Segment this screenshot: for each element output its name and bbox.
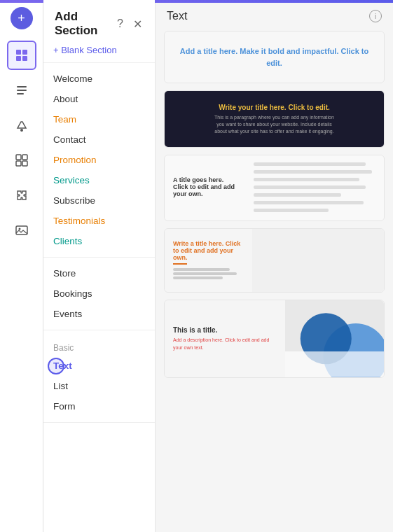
card-5-subtitle: Add a description here. Click to edit an… [173,337,277,351]
nav-item-clients[interactable]: Clients [43,231,155,251]
card-5-content: This is a title. Add a description here.… [165,300,384,377]
nav-item-promotion[interactable]: Promotion [43,150,155,170]
nav-item-store[interactable]: Store [43,263,155,284]
card-4-text-3 [173,276,223,279]
sections-icon-btn[interactable] [7,41,36,70]
close-button[interactable]: ✕ [132,16,144,32]
card-4-text-1 [173,268,230,271]
blank-section-button[interactable]: + Blank Section [43,38,155,63]
side-panel: Add Section ? ✕ + Blank Section Welcome … [43,0,156,532]
dialog-actions: ? ✕ [116,16,144,32]
svg-rect-4 [17,86,27,88]
svg-rect-2 [16,56,21,61]
nav-item-testimonials[interactable]: Testimonials [43,211,155,231]
main-area: + [0,0,393,532]
content-title: Text [167,10,187,22]
content-header: Text i [164,8,385,24]
nav-item-contact[interactable]: Contact [43,130,155,150]
text-line-6 [254,201,364,204]
panel-header-row: Add Section ? ✕ [43,0,155,38]
card-5-image [285,300,384,377]
card-1-content: Add a title here. Make it bold and impac… [165,31,384,83]
card-4-content: Write a title here. Click to edit and ad… [165,229,384,292]
panel-scroll-area: + Blank Section Welcome About Team Conta… [43,38,155,532]
card-2-content: Write your title here. Click to edit. Th… [165,91,384,147]
svg-rect-1 [22,50,27,55]
image-icon [15,223,29,237]
template-card-5[interactable]: This is a title. Add a description here.… [164,300,385,378]
template-card-4[interactable]: Write a title here. Click to edit and ad… [164,228,385,293]
grid-icon [15,153,29,167]
card-3-content: A title goes here. Click to edit and add… [165,155,384,220]
paint-icon-btn[interactable] [7,111,36,140]
panel-title: Add Section [55,10,116,38]
nav-item-services[interactable]: Services [43,170,155,190]
card-4-accent-line [173,263,187,265]
nav-item-welcome[interactable]: Welcome [43,69,155,89]
add-button[interactable]: + [11,7,33,29]
nav-section-store: Store Bookings Events [43,258,155,330]
add-icon: + [18,11,25,26]
card-3-right [248,155,384,220]
info-button[interactable]: i [369,10,382,22]
cursor-ring [48,358,64,374]
text-line-3 [254,178,359,181]
image-icon-btn[interactable] [7,216,36,245]
svg-point-13 [18,228,20,230]
text-line-1 [254,162,366,166]
basic-section-label: Basic [43,336,155,356]
svg-rect-12 [16,226,27,234]
nav-item-bookings[interactable]: Bookings [43,284,155,304]
card-4-title: Write a title here. Click to edit and ad… [173,240,244,261]
svg-rect-3 [22,56,27,61]
text-lines-icon [15,83,29,97]
nav-section-basic: Basic Text List Form [43,330,155,423]
card-3-left: A title goes here. Click to edit and add… [165,155,248,220]
svg-rect-9 [22,155,27,160]
card-5-title: This is a title. [173,326,277,334]
nav-item-form[interactable]: Form [43,396,155,416]
info-icon: i [375,12,376,20]
svg-rect-10 [16,161,21,166]
nav-item-subscribe[interactable]: Subscribe [43,190,155,211]
help-button[interactable]: ? [116,16,125,31]
card-1-title: Add a title here. Make it bold and impac… [176,46,373,69]
app-container: + [0,0,393,532]
svg-rect-5 [17,90,27,91]
svg-rect-8 [16,155,21,160]
text-line-5 [254,193,341,197]
template-card-2[interactable]: Write your title here. Click to edit. Th… [164,90,385,148]
grid-icon-btn[interactable] [7,146,36,175]
card-5-text: This is a title. Add a description here.… [165,300,285,377]
main-content-area: Text i Add a title here. Make it bold an… [156,0,393,532]
nav-item-events[interactable]: Events [43,304,155,324]
template-card-1[interactable]: Add a title here. Make it bold and impac… [164,31,385,83]
card-3-title: A title goes here. Click to edit and add… [173,176,240,197]
card-2-text: This is a paragraph where you can add an… [212,114,338,134]
text-line-2 [254,170,372,174]
svg-rect-11 [22,161,27,166]
card-4-text-2 [173,272,237,275]
nav-item-about[interactable]: About [43,89,155,109]
card-4-left: Write a title here. Click to edit and ad… [165,229,252,292]
template-card-3[interactable]: A title goes here. Click to edit and add… [164,155,385,221]
text-line-7 [254,209,329,212]
card-4-right [252,229,384,292]
puzzle-icon-btn[interactable] [7,181,36,210]
svg-rect-17 [285,351,384,377]
paint-icon [15,118,29,132]
sections-icon [15,48,29,62]
svg-rect-0 [16,50,21,55]
text-icon-btn[interactable] [7,76,36,105]
nav-section-main: Welcome About Team Contact Promotion Ser… [43,63,155,258]
nav-item-team[interactable]: Team [43,109,155,130]
puzzle-icon [15,188,29,202]
text-line-4 [254,186,366,189]
icon-bar: + [0,0,43,532]
svg-rect-6 [17,93,24,94]
nav-item-list[interactable]: List [43,376,155,396]
nav-item-text[interactable]: Text [43,356,155,376]
svg-point-7 [20,129,23,132]
card-2-title: Write your title here. Click to edit. [219,104,330,111]
